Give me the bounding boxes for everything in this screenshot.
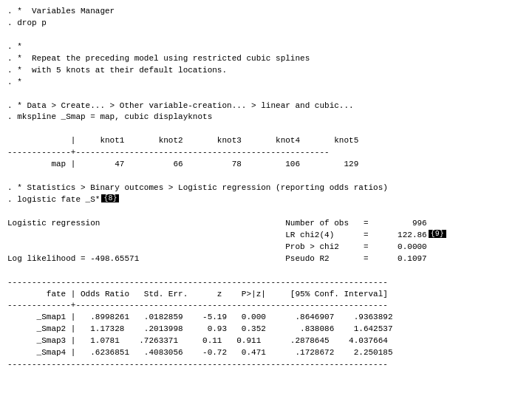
table-header-line: | knot1 knot2 knot3 knot4 knot5 (7, 135, 525, 147)
command-line-with-badge: . logistic fate _S*{8} (7, 194, 525, 206)
blank-line (7, 171, 525, 183)
command-line: . mkspline _Smap = map, cubic displaykno… (7, 112, 525, 123)
command-line: . * Data > Create... > Other variable-cr… (7, 100, 525, 112)
separator-line: -------------+--------------------------… (7, 300, 525, 312)
separator-line: -------------+--------------------------… (7, 147, 525, 159)
output-area: . * Variables Manager. drop p . *. * Rep… (7, 6, 525, 371)
blank-line (7, 89, 525, 100)
table-data-row: map | 47 66 78 106 129 (7, 159, 525, 171)
column-header-line: fate | Odds Ratio Std. Err. z P>|z| [95%… (7, 289, 525, 301)
data-row: _Smap1 | .8998261 .0182859 -5.19 0.000 .… (7, 312, 525, 324)
data-row: _Smap2 | 1.17328 .2013998 0.93 0.352 .83… (7, 324, 525, 335)
result-line: Prob > chi2 = 0.0000 (7, 242, 525, 253)
result-line: Logistic regression Number of obs = 996 (7, 218, 525, 230)
data-row: _Smap3 | 1.0781 .7263371 0.11 0.911 .287… (7, 335, 525, 347)
command-line: . * (7, 77, 525, 89)
command-line: . * Repeat the preceding model using res… (7, 53, 525, 65)
command-line: . * (7, 41, 525, 53)
blank-line (7, 123, 525, 135)
command-line: . * Variables Manager (7, 6, 525, 18)
command-line: . drop p (7, 18, 525, 30)
separator-line: ----------------------------------------… (7, 277, 525, 289)
blank-line (7, 206, 525, 218)
line-badge: {8} (101, 194, 119, 202)
line-badge: {9} (429, 230, 446, 238)
command-line: . * with 5 knots at their default locati… (7, 65, 525, 77)
separator-line: ----------------------------------------… (7, 359, 525, 371)
line-text: . logistic fate _S* (7, 194, 100, 206)
result-line-with-badge: LR chi2(4) = 122.86{9} (7, 230, 525, 242)
blank-line (7, 30, 525, 41)
command-line: . * Statistics > Binary outcomes > Logis… (7, 183, 525, 194)
line-text: LR chi2(4) = 122.86 (7, 230, 427, 242)
data-row: _Smap4 | .6236851 .4083056 -0.72 0.471 .… (7, 347, 525, 359)
blank-line (7, 265, 525, 277)
result-line: Log likelihood = -498.65571 Pseudo R2 = … (7, 253, 525, 265)
